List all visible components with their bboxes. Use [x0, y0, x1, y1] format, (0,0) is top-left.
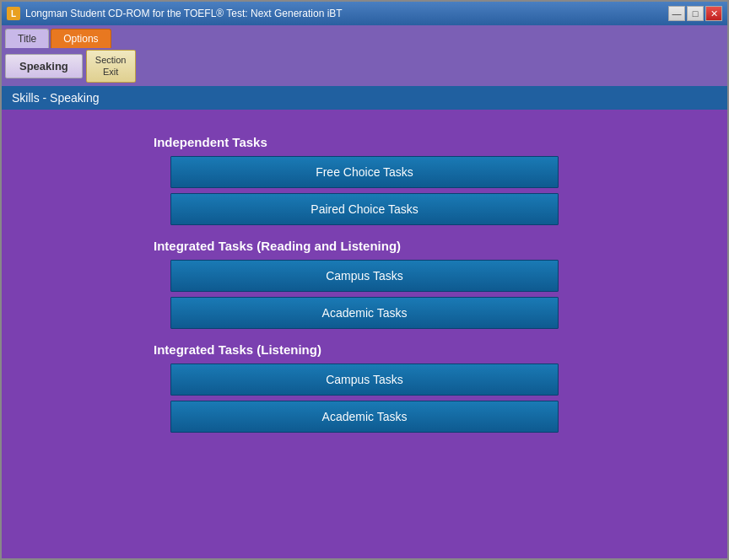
independent-tasks-heading: Independent Tasks [154, 135, 575, 149]
section-exit-line2: Exit [103, 67, 118, 77]
close-button[interactable]: ✕ [705, 6, 722, 21]
campus-tasks-button-2[interactable]: Campus Tasks [170, 363, 559, 396]
title-tab[interactable]: Title [5, 29, 49, 48]
nav-bar: Speaking Section Exit [2, 48, 727, 86]
section-exit-line1: Section [95, 55, 127, 65]
main-content: Independent Tasks Free Choice Tasks Pair… [2, 110, 727, 558]
title-bar: L Longman Student CD-ROM for the TOEFL® … [2, 2, 727, 25]
section-title-bar: Skills - Speaking [2, 86, 727, 110]
campus-tasks-button-1[interactable]: Campus Tasks [170, 260, 559, 292]
paired-choice-tasks-button[interactable]: Paired Choice Tasks [170, 193, 559, 225]
app-icon: L [7, 7, 20, 20]
speaking-nav-item[interactable]: Speaking [5, 54, 83, 78]
free-choice-tasks-button[interactable]: Free Choice Tasks [170, 156, 559, 188]
window-title: Longman Student CD-ROM for the TOEFL® Te… [25, 8, 343, 19]
options-tab[interactable]: Options [51, 29, 111, 48]
window-controls: — □ ✕ [668, 6, 722, 21]
section-title-text: Skills - Speaking [12, 91, 100, 105]
academic-tasks-button-2[interactable]: Academic Tasks [170, 401, 559, 433]
integrated-listening-heading: Integrated Tasks (Listening) [154, 342, 575, 357]
minimize-button[interactable]: — [668, 6, 685, 21]
academic-tasks-button-1[interactable]: Academic Tasks [170, 297, 559, 329]
menu-bar: Title Options [2, 25, 727, 48]
maximize-button[interactable]: □ [687, 6, 704, 21]
title-bar-left: L Longman Student CD-ROM for the TOEFL® … [7, 7, 343, 20]
main-window: L Longman Student CD-ROM for the TOEFL® … [0, 0, 729, 560]
integrated-reading-listening-heading: Integrated Tasks (Reading and Listening) [154, 239, 575, 253]
section-exit-button[interactable]: Section Exit [86, 50, 136, 83]
